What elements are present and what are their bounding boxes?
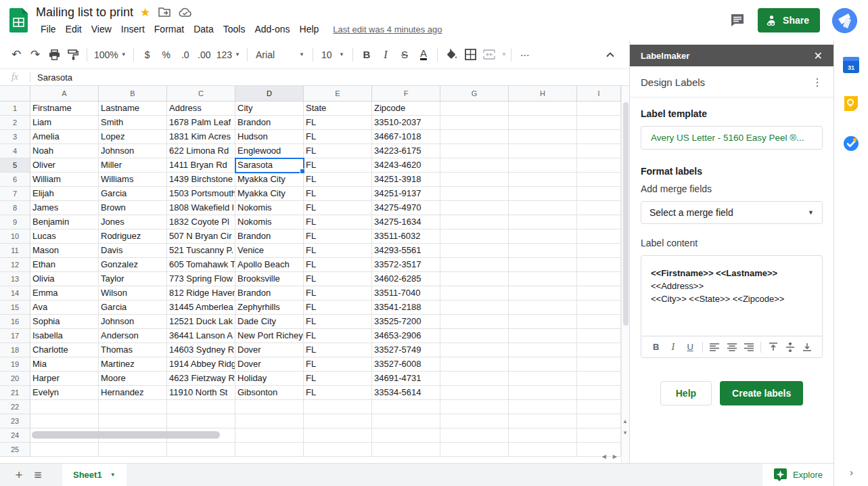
decrease-decimal-button[interactable]: .0 — [176, 45, 195, 64]
sheets-logo-icon[interactable] — [9, 8, 28, 32]
menu-addons[interactable]: Add-ons — [250, 22, 294, 36]
cell-D11[interactable]: Venice — [235, 244, 304, 258]
cell-F19[interactable]: 33527-6008 — [372, 357, 440, 372]
cell-I13[interactable] — [577, 272, 621, 286]
scroll-right-icon[interactable]: ▶ — [613, 454, 617, 460]
cell-A18[interactable]: Charlotte — [30, 343, 99, 357]
cell-D15[interactable]: Zephyrhills — [235, 301, 304, 315]
menu-edit[interactable]: Edit — [61, 22, 87, 36]
cell-C4[interactable]: 622 Limona Rd — [167, 144, 235, 158]
cell-H9[interactable] — [509, 215, 577, 229]
cell-I16[interactable] — [577, 315, 621, 329]
row-header-13[interactable]: 13 — [0, 272, 30, 286]
cell-B1[interactable]: Lastname — [99, 102, 167, 116]
cell-A14[interactable]: Emma — [30, 286, 99, 301]
cell-C13[interactable]: 773 Spring Flow — [167, 272, 235, 286]
cell-H13[interactable] — [509, 272, 577, 286]
cell-E21[interactable]: FL — [304, 386, 372, 400]
cell-F8[interactable]: 34275-4970 — [372, 201, 440, 215]
cell-H6[interactable] — [509, 173, 577, 187]
cell-D22[interactable] — [235, 400, 304, 414]
column-header-I[interactable]: I — [577, 86, 621, 102]
row-header-10[interactable]: 10 — [0, 229, 30, 244]
cell-B7[interactable]: Garcia — [99, 187, 167, 201]
cell-B21[interactable]: Hernandez — [99, 386, 167, 400]
cell-B20[interactable]: Moore — [99, 372, 167, 386]
menu-help[interactable]: Help — [295, 22, 324, 36]
cell-G5[interactable] — [440, 158, 509, 173]
cell-G17[interactable] — [440, 329, 509, 343]
help-button[interactable]: Help — [660, 381, 712, 405]
cell-G6[interactable] — [440, 173, 509, 187]
cell-I21[interactable] — [577, 386, 621, 400]
label-content-editor[interactable]: <<Firstname>> <<Lastname>> <<Address>> <… — [641, 256, 822, 336]
print-button[interactable] — [45, 45, 64, 64]
cell-A5[interactable]: Oliver — [30, 158, 99, 173]
cell-A2[interactable]: Liam — [30, 116, 99, 130]
cell-B11[interactable]: Davis — [99, 244, 167, 258]
cell-E9[interactable]: FL — [304, 215, 372, 229]
cell-D9[interactable]: Nokomis — [235, 215, 304, 229]
cell-E20[interactable]: FL — [304, 372, 372, 386]
cell-F12[interactable]: 33572-3517 — [372, 258, 440, 272]
cell-D1[interactable]: City — [235, 102, 304, 116]
cell-G2[interactable] — [440, 116, 509, 130]
cell-C6[interactable]: 1439 Birchstone — [167, 173, 235, 187]
cell-A4[interactable]: Noah — [30, 144, 99, 158]
cell-H23[interactable] — [509, 414, 577, 428]
row-header-5[interactable]: 5 — [0, 158, 30, 173]
cell-E18[interactable]: FL — [304, 343, 372, 357]
cell-I6[interactable] — [577, 173, 621, 187]
cell-C14[interactable]: 812 Ridge Haven — [167, 286, 235, 301]
column-header-D[interactable]: D — [235, 86, 304, 102]
cell-E7[interactable]: FL — [304, 187, 372, 201]
cell-F16[interactable]: 33525-7200 — [372, 315, 440, 329]
column-header-A[interactable]: A — [30, 86, 99, 102]
collapse-toolbar-button[interactable] — [601, 45, 620, 64]
cell-F21[interactable]: 33534-5614 — [372, 386, 440, 400]
cell-D24[interactable] — [235, 428, 304, 443]
star-icon[interactable]: ★ — [140, 5, 150, 20]
cell-I9[interactable] — [577, 215, 621, 229]
column-header-C[interactable]: C — [167, 86, 235, 102]
cell-E23[interactable] — [304, 414, 372, 428]
vertical-align-top-icon[interactable] — [765, 339, 781, 355]
cell-D13[interactable]: Brooksville — [235, 272, 304, 286]
cell-A25[interactable] — [30, 443, 99, 457]
cell-G16[interactable] — [440, 315, 509, 329]
row-header-15[interactable]: 15 — [0, 301, 30, 315]
all-sheets-button[interactable]: ≡ — [28, 466, 47, 485]
content-underline-button[interactable]: U — [683, 339, 698, 355]
cell-F7[interactable]: 34251-9137 — [372, 187, 440, 201]
cell-E13[interactable]: FL — [304, 272, 372, 286]
merge-caret-icon[interactable]: ▼ — [501, 51, 507, 58]
move-folder-icon[interactable] — [158, 7, 170, 17]
cell-F23[interactable] — [372, 414, 440, 428]
row-header-2[interactable]: 2 — [0, 116, 30, 130]
row-header-7[interactable]: 7 — [0, 187, 30, 201]
italic-button[interactable]: I — [376, 45, 395, 64]
cell-D4[interactable]: Englewood — [235, 144, 304, 158]
row-header-3[interactable]: 3 — [0, 130, 30, 144]
scroll-up-icon[interactable]: ▲ — [622, 418, 628, 424]
cell-H20[interactable] — [509, 372, 577, 386]
cell-H2[interactable] — [509, 116, 577, 130]
cell-B2[interactable]: Smith — [99, 116, 167, 130]
cell-D16[interactable]: Dade City — [235, 315, 304, 329]
cell-F9[interactable]: 34275-1634 — [372, 215, 440, 229]
cell-E11[interactable]: FL — [304, 244, 372, 258]
cell-I19[interactable] — [577, 357, 621, 372]
cell-A8[interactable]: James — [30, 201, 99, 215]
cell-F20[interactable]: 34691-4731 — [372, 372, 440, 386]
cell-H8[interactable] — [509, 201, 577, 215]
cell-C19[interactable]: 1914 Abbey Ridg — [167, 357, 235, 372]
cell-G9[interactable] — [440, 215, 509, 229]
cell-A10[interactable]: Lucas — [30, 229, 99, 244]
select-all-corner[interactable] — [0, 86, 30, 102]
cell-H10[interactable] — [509, 229, 577, 244]
cell-B16[interactable]: Johnson — [99, 315, 167, 329]
font-size-select[interactable]: 10▼ — [317, 45, 348, 64]
formula-input[interactable]: Sarasota — [30, 72, 72, 83]
cell-G1[interactable] — [440, 102, 509, 116]
kebab-menu-icon[interactable]: ⋮ — [812, 76, 823, 89]
